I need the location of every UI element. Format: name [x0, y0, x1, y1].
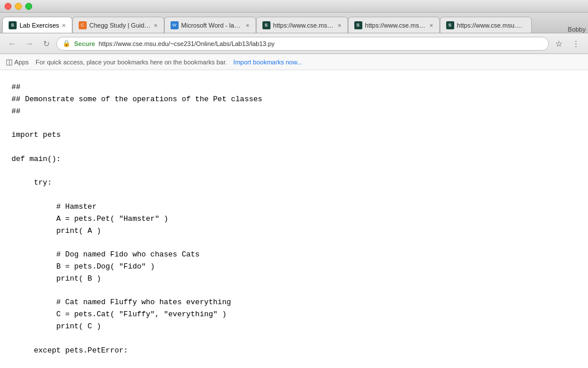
profile-name: Bobby — [568, 26, 586, 33]
traffic-lights — [5, 3, 32, 10]
tab-favicon-2: C — [79, 21, 87, 29]
tab-label-6: https://www.cse.msu.edu/... — [457, 22, 525, 29]
bookmarks-bar: ◫ Apps For quick access, place your book… — [0, 54, 588, 70]
navbar: ← → ↻ 🔒 Secure https://www.cse.msu.edu/~… — [0, 33, 588, 54]
close-button[interactable] — [5, 3, 11, 10]
tab-close-3[interactable]: × — [246, 22, 249, 29]
tab-favicon-4: S — [262, 21, 270, 29]
menu-button[interactable]: ⋮ — [568, 36, 583, 51]
maximize-button[interactable] — [25, 3, 32, 10]
tab-msu-4[interactable]: S https://www.cse.msu.edu/... × — [256, 17, 348, 33]
back-button[interactable]: ← — [5, 36, 20, 51]
tab-msu-5[interactable]: S https://www.cse.msu.edu/... × — [348, 17, 440, 33]
forward-button[interactable]: → — [22, 36, 37, 51]
tab-favicon-6: S — [446, 21, 454, 29]
tab-close-4[interactable]: × — [338, 22, 341, 29]
tab-word[interactable]: W Microsoft Word - lab13.doc... × — [164, 17, 256, 33]
bookmark-message: For quick access, place your bookmarks h… — [36, 59, 227, 66]
tab-chegg[interactable]: C Chegg Study | Guided Sol... × — [72, 17, 164, 33]
url-text: https://www.cse.msu.edu/~cse231/Online/L… — [99, 40, 275, 47]
tab-close-5[interactable]: × — [430, 22, 433, 29]
bookmark-star-button[interactable]: ☆ — [551, 36, 566, 51]
tab-lab-exercises[interactable]: S Lab Exercises × — [2, 17, 72, 33]
reload-button[interactable]: ↻ — [39, 36, 54, 51]
apps-button[interactable]: ◫ Apps — [6, 57, 29, 66]
titlebar — [0, 0, 588, 13]
grid-icon: ◫ — [6, 57, 13, 66]
tab-favicon-3: W — [171, 21, 179, 29]
minimize-button[interactable] — [15, 3, 22, 10]
tab-label-5: https://www.cse.msu.edu/... — [365, 22, 427, 29]
profile-area: Bobby — [568, 26, 586, 33]
tabs-bar: S Lab Exercises × C Chegg Study | Guided… — [0, 13, 588, 33]
tab-close-1[interactable]: × — [62, 22, 65, 29]
lock-icon: 🔒 — [63, 40, 71, 47]
address-bar[interactable]: 🔒 Secure https://www.cse.msu.edu/~cse231… — [56, 37, 549, 51]
tab-label-4: https://www.cse.msu.edu/... — [273, 22, 335, 29]
secure-label: Secure — [74, 40, 95, 47]
tab-label-2: Chegg Study | Guided Sol... — [90, 22, 152, 29]
apps-label: Apps — [14, 59, 29, 66]
tab-msu-6[interactable]: S https://www.cse.msu.edu/... — [440, 17, 532, 33]
tab-favicon-1: S — [9, 21, 17, 29]
code-content: ## ## Demonstrate some of the operations… — [0, 70, 588, 368]
tab-label-3: Microsoft Word - lab13.doc... — [181, 22, 243, 29]
import-bookmarks-link[interactable]: Import bookmarks now... — [233, 59, 302, 66]
tab-close-2[interactable]: × — [154, 22, 157, 29]
nav-right: ☆ ⋮ — [551, 36, 583, 51]
tab-favicon-5: S — [354, 21, 362, 29]
tab-label-1: Lab Exercises — [20, 22, 59, 29]
